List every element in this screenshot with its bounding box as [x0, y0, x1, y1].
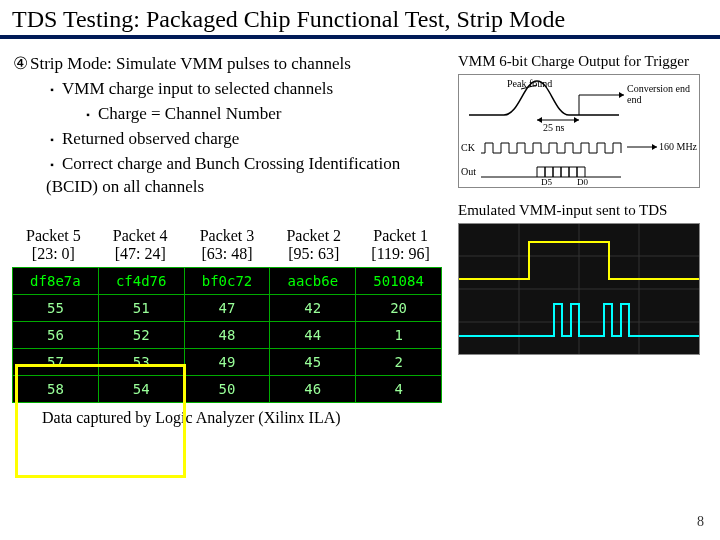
square-bullet-icon: ▪ [46, 158, 58, 172]
bullet-sub1: ▪VMM charge input to selected channels [46, 78, 442, 101]
page-number: 8 [697, 514, 704, 530]
d0-label: D0 [577, 177, 588, 187]
svg-marker-2 [537, 117, 542, 123]
table-row: 57 53 49 45 2 [13, 348, 442, 375]
packet-label: Packet 3[63: 48] [186, 227, 269, 263]
svg-text:end: end [627, 94, 641, 105]
square-bullet-icon: ▪ [82, 108, 94, 122]
table-row: 58 54 50 46 4 [13, 375, 442, 402]
packet-label: Packet 1[119: 96] [359, 227, 442, 263]
packet-label: Packet 2[95: 63] [272, 227, 355, 263]
content-area: ④Strip Mode: Simulate VMM pulses to chan… [0, 39, 720, 427]
ila-data-table: df8e7a cf4d76 bf0c72 aacb6e 501084 55 51… [12, 267, 442, 403]
oscilloscope-screenshot [458, 223, 700, 355]
ck-label: CK [461, 142, 476, 153]
slide: TDS Testing: Packaged Chip Functional Te… [0, 0, 720, 540]
packet-labels: Packet 5[23: 0] Packet 4[47: 24] Packet … [12, 227, 442, 263]
title-bar: TDS Testing: Packaged Chip Functional Te… [0, 0, 720, 39]
table-row: 55 51 47 42 20 [13, 294, 442, 321]
packet-label: Packet 5[23: 0] [12, 227, 95, 263]
chart2-title: Emulated VMM-input sent to TDS [458, 202, 708, 219]
conv-end-label: Conversion end [627, 83, 690, 94]
packet-label: Packet 4[47: 24] [99, 227, 182, 263]
left-column: ④Strip Mode: Simulate VMM pulses to chan… [12, 53, 442, 427]
table-row: df8e7a cf4d76 bf0c72 aacb6e 501084 [13, 267, 442, 294]
timing-diagram: Peak found 25 ns Conversion end end CK [458, 74, 700, 188]
25ns-label: 25 ns [543, 122, 565, 133]
out-label: Out [461, 166, 476, 177]
svg-marker-9 [652, 144, 657, 150]
svg-marker-3 [574, 117, 579, 123]
square-bullet-icon: ▪ [46, 133, 58, 147]
table-row: 56 52 48 44 1 [13, 321, 442, 348]
circled-4-icon: ④ [12, 53, 28, 76]
bullet-sub2: ▪Returned observed charge [46, 128, 442, 151]
svg-marker-6 [619, 92, 624, 98]
d5-label: D5 [541, 177, 552, 187]
right-column: VMM 6-bit Charge Output for Trigger Peak… [458, 53, 708, 355]
table-caption: Data captured by Logic Analyzer (Xilinx … [12, 409, 442, 427]
160mhz-label: 160 MHz [659, 141, 698, 152]
square-bullet-icon: ▪ [46, 83, 58, 97]
bullet-sub3: ▪Correct charge and Bunch Crossing Ident… [46, 153, 442, 199]
bullet-subsub1: ▪Charge = Channel Number [82, 103, 442, 126]
page-title: TDS Testing: Packaged Chip Functional Te… [12, 6, 708, 33]
chart1-title: VMM 6-bit Charge Output for Trigger [458, 53, 708, 70]
bullet-list: ④Strip Mode: Simulate VMM pulses to chan… [12, 53, 442, 199]
bullet-top: ④Strip Mode: Simulate VMM pulses to chan… [12, 53, 442, 76]
